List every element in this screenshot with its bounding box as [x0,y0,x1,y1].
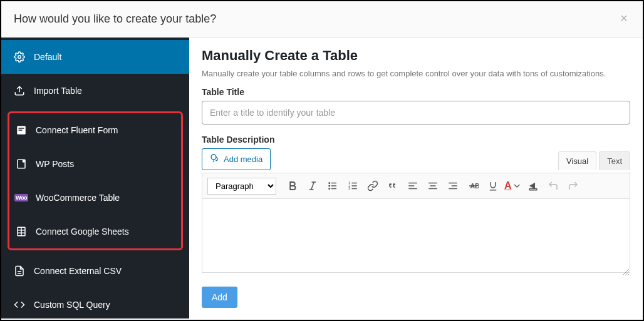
table-title-label: Table Title [202,87,630,97]
clear-format-button[interactable] [524,177,542,195]
description-textarea[interactable] [202,199,630,273]
align-right-button[interactable] [444,177,462,195]
sidebar-item-label: Import Table [34,86,82,96]
sidebar-item-label: Connect Google Sheets [36,227,129,237]
posts-icon [16,158,27,170]
format-select[interactable]: Paragraph [207,178,276,195]
add-button[interactable]: Add [202,287,237,308]
redo-button[interactable] [564,177,582,195]
sidebar-item-fluent-form[interactable]: Connect Fluent Form [9,113,181,147]
align-center-button[interactable] [424,177,442,195]
svg-point-22 [329,183,330,184]
editor-toolbar: Paragraph 123 ABC A [202,173,630,199]
code-icon [14,299,25,310]
svg-point-8 [23,160,24,162]
close-button[interactable] [618,13,630,26]
sidebar-item-label: Connect Fluent Form [36,125,118,135]
tab-text[interactable]: Text [599,151,630,170]
add-media-button[interactable]: Add media [202,148,271,170]
sidebar-item-default[interactable]: Default [1,40,189,74]
link-button[interactable] [364,177,382,195]
svg-rect-6 [19,130,23,131]
undo-button[interactable] [544,177,562,195]
svg-text:3: 3 [348,186,350,190]
media-icon [210,153,220,165]
sidebar-item-label: Connect External CSV [34,266,122,276]
sheets-icon [16,226,27,237]
tab-visual[interactable]: Visual [558,151,596,170]
add-media-label: Add media [224,155,262,164]
form-icon [16,125,27,136]
italic-button[interactable] [304,177,321,195]
number-list-button[interactable]: 123 [344,177,361,195]
resize-handle-icon[interactable] [621,267,629,274]
sidebar-item-label: Default [34,52,61,62]
svg-rect-43 [529,189,537,190]
align-left-button[interactable] [404,177,422,195]
sidebar-item-label: Custom SQL Query [34,300,110,310]
sidebar-item-label: WP Posts [36,159,74,169]
content-heading: Manually Create a Table [202,48,630,64]
svg-point-2 [18,56,21,59]
bullet-list-button[interactable] [324,177,341,195]
close-icon [619,12,629,26]
sidebar: Default Import Table Connect Fluent Form… [1,38,189,318]
svg-point-24 [329,188,330,190]
content-description: Manually create your table columns and r… [202,69,630,78]
file-icon [14,265,25,277]
sidebar-item-external-csv[interactable]: Connect External CSV [1,254,189,288]
table-desc-label: Table Description [202,135,630,145]
svg-line-18 [311,182,314,190]
svg-point-15 [211,155,216,160]
underline-button[interactable] [484,177,502,195]
svg-rect-5 [19,128,24,129]
text-color-button[interactable]: A [504,177,522,195]
sidebar-item-woocommerce[interactable]: Woo WooCommerce Table [9,181,181,215]
main-content: Manually Create a Table Manually create … [189,38,643,318]
svg-line-46 [628,274,629,275]
sidebar-item-google-sheets[interactable]: Connect Google Sheets [9,215,181,248]
strikethrough-button[interactable]: ABC [464,177,482,195]
upload-icon [14,85,25,96]
table-title-input[interactable] [202,101,630,125]
bold-button[interactable] [284,177,301,195]
woocommerce-icon: Woo [16,192,27,203]
gear-icon [14,51,25,63]
sidebar-item-sql[interactable]: Custom SQL Query [1,288,189,321]
blockquote-button[interactable] [384,177,402,195]
sidebar-item-import[interactable]: Import Table [1,74,189,108]
sidebar-item-wp-posts[interactable]: WP Posts [9,147,181,181]
sidebar-item-label: WooCommerce Table [36,193,120,203]
svg-point-23 [329,185,330,186]
modal-title: How would you like to create your table? [14,13,216,26]
highlight-box: Connect Fluent Form WP Posts Woo WooComm… [8,111,183,250]
